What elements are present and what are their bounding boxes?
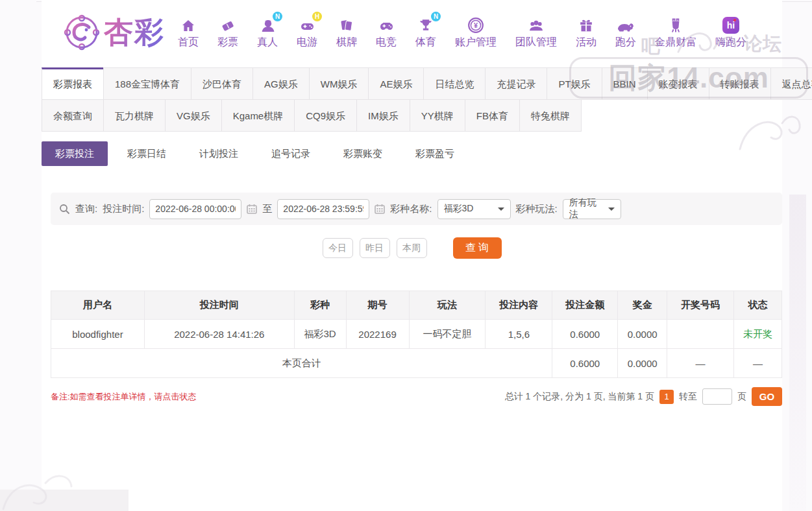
esports-gamepad-icon	[377, 16, 395, 34]
cell-username: bloodfighter	[51, 320, 145, 349]
cell-prize: 0.0000	[618, 320, 667, 349]
status-note: 备注:如需查看投注单详情，请点击状态	[51, 391, 197, 403]
tab-fb[interactable]: FB体育	[465, 99, 520, 132]
tab-wm[interactable]: WM娱乐	[309, 67, 369, 100]
tab-kgame[interactable]: Kgame棋牌	[221, 99, 295, 132]
col-issue: 期号	[346, 291, 409, 320]
logo-icon	[64, 14, 100, 51]
filter-bar: 查询: 投注时间: 至 彩种名称: 福彩3D 彩种玩法: 所有玩法	[51, 193, 782, 225]
tab-wali[interactable]: 瓦力棋牌	[103, 99, 166, 132]
badge-h: H	[312, 12, 322, 21]
lottery-select[interactable]: 福彩3D	[437, 199, 511, 219]
gamepad-icon: H	[298, 16, 316, 34]
nav-item-account[interactable]: ¥ 账户管理	[455, 16, 497, 49]
right-ornament-band	[789, 195, 806, 511]
go-button[interactable]: GO	[752, 387, 782, 406]
nav-item-egames[interactable]: H 电游	[297, 16, 317, 49]
cell-lottery: 福彩3D	[294, 320, 346, 349]
query-button[interactable]: 查 询	[453, 237, 502, 259]
tripod-icon	[667, 16, 685, 34]
trophy-icon: N	[417, 16, 435, 34]
subtab-lottery-bets[interactable]: 彩票投注	[42, 141, 108, 166]
cell-draw-number	[667, 320, 734, 349]
cell-status-link[interactable]: 未开奖	[734, 320, 782, 349]
cell-issue: 2022169	[346, 320, 409, 349]
summary-dash: —	[667, 349, 734, 378]
tab-ae[interactable]: AE娱乐	[368, 67, 424, 100]
table-header-row: 用户名 投注时间 彩种 期号 玩法 投注内容 投注金额 奖金 开奖号码 状态	[51, 291, 782, 320]
badge-n: N	[431, 12, 441, 21]
svg-text:¥: ¥	[474, 21, 478, 29]
tab-transfer-report[interactable]: 转账报表	[709, 67, 771, 100]
goto-page-input[interactable]	[702, 388, 732, 405]
main-content: 杏彩 首页 彩票 N	[42, 0, 782, 511]
tab-cq9[interactable]: CQ9娱乐	[294, 99, 357, 132]
nav-item-live[interactable]: N 真人	[257, 16, 278, 49]
col-play: 玩法	[409, 291, 486, 320]
col-lottery: 彩种	[294, 291, 346, 320]
yesterday-button[interactable]: 昨日	[360, 238, 390, 258]
coin-icon: ¥	[467, 16, 485, 34]
goto-label: 转至	[679, 391, 697, 403]
subtab-lottery-daily[interactable]: 彩票日结	[114, 141, 180, 166]
bets-table: 用户名 投注时间 彩种 期号 玩法 投注内容 投注金额 奖金 开奖号码 状态 b	[51, 291, 782, 378]
tab-im[interactable]: IM娱乐	[356, 99, 410, 132]
nav-item-hipaofen[interactable]: hi 嗨跑分	[715, 16, 746, 49]
tab-vg[interactable]: VG娱乐	[165, 99, 222, 132]
pagination-text: 总计 1 个记录, 分为 1 页, 当前第 1 页	[505, 391, 654, 403]
tab-row-2: 余额查询 瓦力棋牌 VG娱乐 Kgame棋牌 CQ9娱乐 IM娱乐 YY棋牌 F…	[42, 99, 782, 132]
tab-balance-change[interactable]: 账变报表	[647, 67, 709, 100]
tab-ag[interactable]: AG娱乐	[252, 67, 310, 100]
page-unit-label: 页	[737, 391, 746, 403]
nav-item-jinding[interactable]: 金鼎财富	[655, 16, 696, 49]
cell-play: 一码不定胆	[409, 320, 486, 349]
site-logo[interactable]: 杏彩	[64, 13, 165, 52]
logo-text: 杏彩	[104, 13, 165, 52]
tab-yy[interactable]: YY棋牌	[410, 99, 465, 132]
summary-prize-total: 0.0000	[618, 349, 667, 378]
subtab-plan-bets[interactable]: 计划投注	[186, 141, 252, 166]
today-button[interactable]: 今日	[323, 238, 353, 258]
subtab-chase-records[interactable]: 追号记录	[258, 141, 324, 166]
calendar-icon[interactable]	[375, 204, 385, 214]
tab-daily-summary[interactable]: 日结总览	[423, 67, 486, 100]
nav-item-paofen[interactable]: 跑分	[615, 16, 636, 49]
nav-item-team[interactable]: 团队管理	[515, 16, 557, 49]
nav-item-boardgames[interactable]: 棋牌	[336, 16, 357, 49]
tab-deposit-withdraw[interactable]: 充提记录	[485, 67, 547, 100]
tab-balance-query[interactable]: 余额查询	[42, 99, 104, 132]
bets-table-wrap: 用户名 投注时间 彩种 期号 玩法 投注内容 投注金额 奖金 开奖号码 状态 b	[51, 291, 782, 378]
tab-shaba-sports[interactable]: 沙巴体育	[191, 67, 253, 100]
nav-item-home[interactable]: 首页	[178, 16, 199, 49]
calendar-icon[interactable]	[247, 204, 257, 214]
nav-item-sports[interactable]: N 体育	[415, 16, 436, 49]
search-icon	[59, 204, 70, 215]
live-person-icon: N	[258, 16, 277, 34]
subtab-lottery-pnl[interactable]: 彩票盈亏	[402, 141, 468, 166]
gift-icon	[577, 16, 595, 34]
tab-bbin[interactable]: BBIN	[602, 67, 648, 100]
tab-tetu[interactable]: 特兔棋牌	[519, 99, 582, 132]
lottery-name-label: 彩种名称:	[390, 203, 432, 215]
play-type-select-value: 所有玩法	[569, 197, 603, 220]
badge-n: N	[273, 12, 282, 21]
current-page-badge[interactable]: 1	[659, 390, 674, 404]
time-from-input[interactable]	[149, 199, 241, 219]
nav-item-esports[interactable]: 电竞	[376, 16, 397, 49]
play-type-select[interactable]: 所有玩法	[563, 199, 621, 219]
nav-item-lottery[interactable]: 彩票	[217, 16, 238, 49]
tab-rebate-total[interactable]: 返点总额	[770, 67, 812, 100]
summary-bet-total: 0.6000	[552, 349, 618, 378]
home-icon	[179, 16, 197, 34]
this-week-button[interactable]: 本周	[397, 238, 427, 258]
play-type-label: 彩种玩法:	[516, 203, 558, 215]
tab-pt[interactable]: PT娱乐	[547, 67, 602, 100]
tab-188-sports[interactable]: 188金宝博体育	[103, 67, 191, 100]
time-to-input[interactable]	[277, 199, 369, 219]
tab-lottery-report[interactable]: 彩票报表	[42, 67, 104, 100]
footer-row: 备注:如需查看投注单详情，请点击状态 总计 1 个记录, 分为 1 页, 当前第…	[51, 387, 782, 406]
cell-bet-time: 2022-06-28 14:41:26	[144, 320, 294, 349]
subtab-lottery-balance[interactable]: 彩票账变	[330, 141, 396, 166]
nav-item-promo[interactable]: 活动	[576, 16, 597, 49]
quick-buttons-row: 今日 昨日 本周 查 询	[42, 237, 782, 259]
